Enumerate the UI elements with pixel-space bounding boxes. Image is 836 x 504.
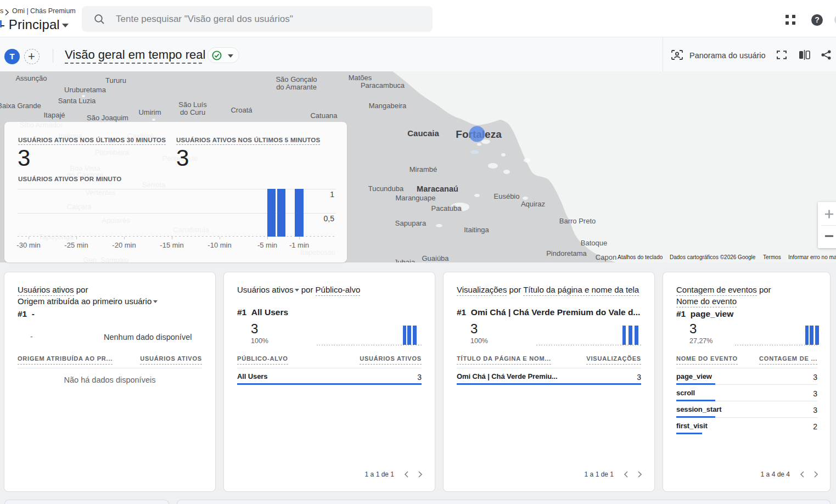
svg-text:Pindoretama: Pindoretama	[546, 249, 587, 257]
svg-text:Maracanaú: Maracanaú	[417, 184, 458, 193]
svg-text:Itaitinga: Itaitinga	[464, 226, 489, 234]
svg-text:do Amarante: do Amarante	[276, 83, 317, 91]
svg-text:Pacatuba: Pacatuba	[431, 204, 462, 212]
svg-text:Assunção: Assunção	[15, 74, 47, 82]
svg-text:Mangabeira: Mangabeira	[369, 102, 407, 110]
svg-text:Eusébio: Eusébio	[494, 192, 520, 200]
svg-text:São Joaquim: São Joaquim	[87, 114, 128, 122]
svg-text:Mirambé: Mirambé	[409, 165, 437, 173]
svg-text:São Gonçalo: São Gonçalo	[276, 75, 317, 83]
svg-text:Matões: Matões	[349, 74, 372, 82]
svg-text:Batoque: Batoque	[581, 239, 607, 247]
svg-text:Santa Luzia: Santa Luzia	[58, 97, 96, 105]
svg-text:Baixa Grande: Baixa Grande	[0, 102, 41, 110]
svg-text:Barro Preto: Barro Preto	[559, 217, 596, 225]
svg-text:São Luís: São Luís	[178, 100, 207, 109]
svg-text:Capon: Capon	[596, 253, 616, 261]
svg-text:Guaiúba: Guaiúba	[422, 254, 449, 262]
svg-text:Umirim: Umirim	[138, 108, 161, 116]
svg-text:Aquiraz: Aquiraz	[521, 200, 545, 208]
svg-text:Jubaia: Jubaia	[394, 258, 416, 262]
svg-text:Paracambuca: Paracambuca	[361, 81, 405, 89]
svg-text:Tucunduba: Tucunduba	[368, 184, 404, 193]
svg-text:do Curu: do Curu	[180, 108, 205, 116]
svg-text:Maranguape: Maranguape	[396, 194, 436, 202]
svg-text:Caucaia: Caucaia	[407, 128, 439, 138]
svg-text:Sapupara: Sapupara	[395, 219, 427, 227]
svg-text:Catuana: Catuana	[310, 111, 338, 120]
svg-text:Tururu: Tururu	[105, 76, 126, 85]
svg-text:Itapajé: Itapajé	[43, 111, 65, 119]
svg-text:Uruburetama: Uruburetama	[64, 86, 106, 94]
svg-text:Croatá: Croatá	[231, 106, 253, 114]
